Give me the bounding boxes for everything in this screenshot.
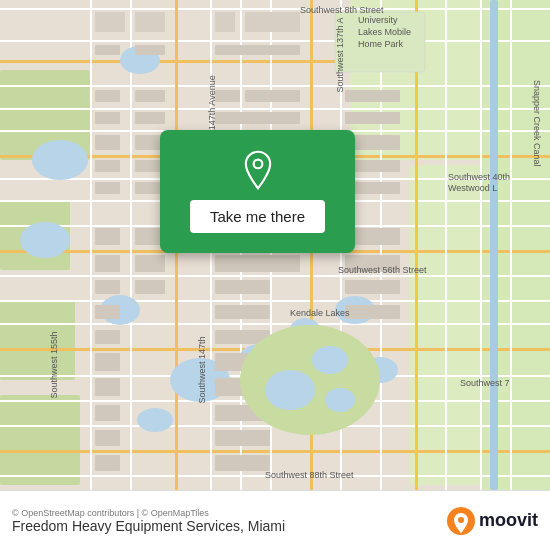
- location-pin-icon: [238, 150, 278, 190]
- svg-rect-61: [135, 90, 165, 102]
- svg-rect-86: [135, 255, 165, 272]
- svg-rect-68: [345, 112, 400, 124]
- svg-rect-73: [95, 160, 120, 172]
- take-me-there-button[interactable]: Take me there: [190, 200, 325, 233]
- popup-container: Take me there: [160, 130, 355, 253]
- map-view: Southwest 8th Street University Lakes Mo…: [0, 0, 550, 490]
- svg-rect-29: [130, 0, 132, 490]
- footer-text: © OpenStreetMap contributors | © OpenMap…: [12, 508, 285, 534]
- svg-rect-38: [445, 0, 447, 490]
- svg-rect-39: [480, 0, 482, 490]
- svg-rect-65: [95, 112, 120, 124]
- svg-rect-88: [345, 255, 400, 272]
- svg-rect-63: [245, 90, 300, 102]
- svg-rect-104: [95, 430, 120, 446]
- svg-rect-52: [335, 12, 425, 72]
- svg-rect-55: [215, 12, 235, 32]
- svg-rect-3: [0, 300, 75, 380]
- svg-rect-95: [345, 305, 400, 319]
- svg-point-41: [20, 222, 70, 258]
- svg-rect-105: [215, 430, 270, 446]
- svg-rect-87: [215, 255, 300, 272]
- svg-rect-106: [95, 455, 120, 471]
- moovit-icon-svg: [447, 507, 475, 535]
- attribution-text: © OpenStreetMap contributors | © OpenMap…: [12, 508, 285, 518]
- svg-rect-107: [215, 455, 270, 471]
- svg-point-114: [458, 517, 464, 523]
- svg-rect-64: [345, 90, 400, 102]
- svg-rect-58: [135, 45, 165, 55]
- svg-rect-89: [95, 280, 120, 294]
- svg-rect-53: [95, 12, 125, 32]
- svg-rect-37: [415, 0, 418, 490]
- svg-rect-59: [215, 45, 300, 55]
- place-name: Freedom Heavy Equipment Services, Miami: [12, 518, 285, 534]
- svg-rect-98: [95, 353, 120, 371]
- svg-rect-40: [510, 0, 512, 490]
- svg-point-109: [265, 370, 315, 410]
- svg-rect-56: [245, 12, 300, 32]
- svg-point-112: [253, 160, 262, 169]
- svg-rect-62: [215, 90, 240, 102]
- svg-point-44: [137, 408, 173, 432]
- svg-rect-96: [95, 330, 120, 344]
- svg-rect-54: [135, 12, 165, 32]
- svg-rect-27: [0, 475, 550, 477]
- svg-rect-67: [215, 112, 300, 124]
- svg-rect-51: [490, 0, 498, 490]
- svg-rect-9: [0, 40, 550, 42]
- moovit-brand-text: moovit: [479, 510, 538, 531]
- svg-rect-8: [0, 8, 550, 10]
- svg-rect-81: [95, 228, 120, 245]
- svg-rect-21: [0, 323, 550, 325]
- svg-rect-92: [345, 280, 400, 294]
- svg-rect-66: [135, 112, 165, 124]
- footer-bar: © OpenStreetMap contributors | © OpenMap…: [0, 490, 550, 550]
- svg-point-110: [312, 346, 348, 374]
- svg-rect-100: [95, 378, 120, 396]
- svg-rect-77: [95, 182, 120, 194]
- svg-point-111: [325, 388, 355, 412]
- svg-rect-94: [215, 305, 270, 319]
- svg-rect-12: [0, 108, 550, 110]
- svg-rect-90: [135, 280, 165, 294]
- svg-rect-28: [90, 0, 92, 490]
- svg-rect-4: [0, 395, 80, 485]
- svg-rect-20: [0, 300, 550, 302]
- svg-rect-69: [95, 135, 120, 150]
- moovit-logo: moovit: [447, 507, 538, 535]
- svg-rect-85: [95, 255, 120, 272]
- svg-rect-60: [95, 90, 120, 102]
- svg-rect-93: [95, 305, 120, 319]
- svg-rect-26: [0, 450, 550, 453]
- popup-card: Take me there: [160, 130, 355, 253]
- svg-rect-57: [95, 45, 120, 55]
- svg-point-49: [32, 140, 88, 180]
- svg-rect-102: [95, 405, 120, 421]
- svg-rect-91: [215, 280, 270, 294]
- svg-rect-19: [0, 275, 550, 277]
- svg-rect-11: [0, 85, 550, 87]
